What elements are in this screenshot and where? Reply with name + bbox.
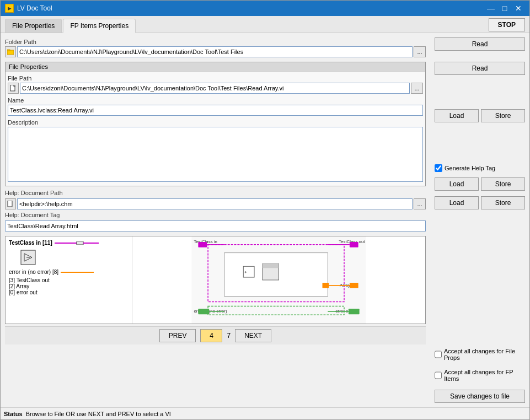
tab-file-properties[interactable]: File Properties	[5, 19, 62, 33]
help-path-browse-button[interactable]: ...	[414, 198, 426, 209]
input2-label: error in (no error) [8]	[9, 269, 58, 275]
main-panel: Folder Path ... File Properties File Pat…	[1, 33, 430, 407]
status-text: Browse to File OR use NEXT and PREV to s…	[26, 411, 171, 417]
file-properties-section: File Properties File Path ... Name Descr…	[5, 62, 426, 186]
stop-button[interactable]: STOP	[489, 18, 525, 31]
accept-file-props-checkbox[interactable]	[435, 351, 442, 358]
file-browse-button[interactable]: ...	[411, 83, 423, 94]
svg-rect-18	[198, 242, 207, 247]
accept-fp-items-label: Accept all changes for FP Items	[444, 369, 525, 382]
help-doc-tag-input[interactable]	[5, 220, 426, 231]
title-bar: ▶ LV Doc Tool — □ ✕	[1, 1, 529, 16]
svg-rect-31	[323, 283, 329, 288]
window-title: LV Doc Tool	[17, 4, 484, 12]
svg-rect-3	[8, 201, 12, 207]
load-button-3[interactable]: Load	[435, 196, 479, 209]
vi-diagram-container: TestClass in [11] error in (no error) [8…	[5, 236, 426, 324]
svg-text:⋄: ⋄	[244, 270, 247, 274]
load-store-row-3: Load Store	[435, 196, 525, 209]
help-doc-path-input[interactable]	[17, 198, 413, 209]
load-button-2[interactable]: Load	[435, 177, 479, 191]
total-pages: 7	[227, 332, 231, 340]
window-controls: — □ ✕	[484, 2, 525, 14]
generate-help-tag-row: Generate Help Tag	[435, 164, 525, 172]
read-button-2[interactable]: Read	[435, 62, 525, 75]
next-button[interactable]: NEXT	[235, 329, 271, 342]
content-area: Folder Path ... File Properties File Pat…	[1, 33, 529, 407]
load-store-row-1: Load Store	[435, 109, 525, 122]
save-changes-button[interactable]: Save changes to file	[435, 390, 525, 403]
description-textarea[interactable]	[8, 127, 423, 182]
vi-diagram-svg: TestClass in TestClass out Array error i…	[132, 236, 425, 324]
store-button-1[interactable]: Store	[481, 109, 525, 122]
folder-icon	[5, 46, 16, 57]
accept-file-props-row: Accept all changes for File Props	[435, 348, 525, 361]
current-page-input[interactable]	[200, 329, 222, 342]
svg-rect-19	[350, 242, 358, 247]
file-icon	[8, 83, 19, 94]
description-label: Description	[8, 118, 423, 127]
load-store-row-2: Load Store	[435, 177, 525, 191]
svg-rect-1	[7, 50, 10, 51]
output-1: [3] TestClass out	[9, 277, 129, 283]
folder-browse-button[interactable]: ...	[414, 46, 426, 57]
read-button-1[interactable]: Read	[435, 37, 525, 51]
minimize-button[interactable]: —	[484, 2, 497, 14]
svg-rect-22	[349, 309, 360, 314]
maximize-button[interactable]: □	[498, 2, 511, 14]
svg-rect-21	[198, 309, 209, 314]
side-panel: Read Read Load Store Generate Help Tag L…	[430, 33, 529, 407]
help-doc-tag-label: Help: Document Tag	[5, 211, 426, 219]
app-icon: ▶	[5, 4, 14, 13]
store-button-3[interactable]: Store	[481, 196, 525, 209]
generate-help-tag-checkbox[interactable]	[435, 164, 442, 172]
navigation-bar: PREV 7 NEXT	[5, 326, 426, 344]
svg-rect-5	[77, 241, 83, 245]
connector-pane-left: TestClass in [11] error in (no error) [8…	[6, 236, 132, 324]
output-3: [0] error out	[9, 289, 129, 295]
file-path-input[interactable]	[20, 83, 410, 94]
input1-label: TestClass in [11]	[9, 240, 52, 246]
prev-button[interactable]: PREV	[159, 329, 196, 342]
accept-file-props-label: Accept all changes for File Props	[444, 348, 525, 361]
close-button[interactable]: ✕	[512, 2, 525, 14]
connector-outputs: [3] TestClass out [2] Array [0] error ou…	[9, 277, 129, 295]
connector-input-1: TestClass in [11]	[9, 240, 129, 246]
accept-fp-items-checkbox[interactable]	[435, 371, 442, 379]
vi-visual-panel: TestClass in TestClass out Array error i…	[132, 236, 425, 324]
file-path-label: File Path	[8, 74, 423, 83]
main-window: ▶ LV Doc Tool — □ ✕ File Properties FP I…	[0, 0, 530, 420]
name-label: Name	[8, 96, 423, 105]
tabs-bar: File Properties FP Items Properties STOP	[1, 16, 529, 33]
folder-path-section: Folder Path ...	[5, 37, 426, 57]
folder-path-label: Folder Path	[5, 37, 426, 46]
help-doc-path-label: Help: Document Path	[5, 189, 426, 197]
connector-input-2: error in (no error) [8]	[9, 269, 129, 275]
help-doc-path-row: ...	[5, 198, 426, 209]
generate-help-tag-label: Generate Help Tag	[445, 165, 495, 171]
accept-fp-items-row: Accept all changes for FP Items	[435, 369, 525, 382]
name-input[interactable]	[8, 105, 423, 116]
output-2: [2] Array	[9, 283, 129, 289]
help-doc-section: Help: Document Path ... Help: Document T…	[5, 189, 426, 231]
folder-path-input-row: ...	[5, 46, 426, 57]
connector-icon	[20, 249, 129, 266]
status-bar: Status Browse to File OR use NEXT and PR…	[1, 407, 529, 419]
file-path-row: ...	[8, 83, 423, 94]
svg-rect-29	[263, 263, 279, 268]
load-button-1[interactable]: Load	[435, 109, 479, 122]
svg-rect-20	[350, 283, 358, 288]
tab-fp-items-properties[interactable]: FP Items Properties	[63, 19, 136, 33]
file-properties-title: File Properties	[6, 62, 425, 72]
store-button-2[interactable]: Store	[481, 177, 525, 191]
status-label: Status	[4, 411, 23, 417]
help-path-icon	[5, 198, 16, 209]
folder-path-input[interactable]	[17, 46, 413, 57]
